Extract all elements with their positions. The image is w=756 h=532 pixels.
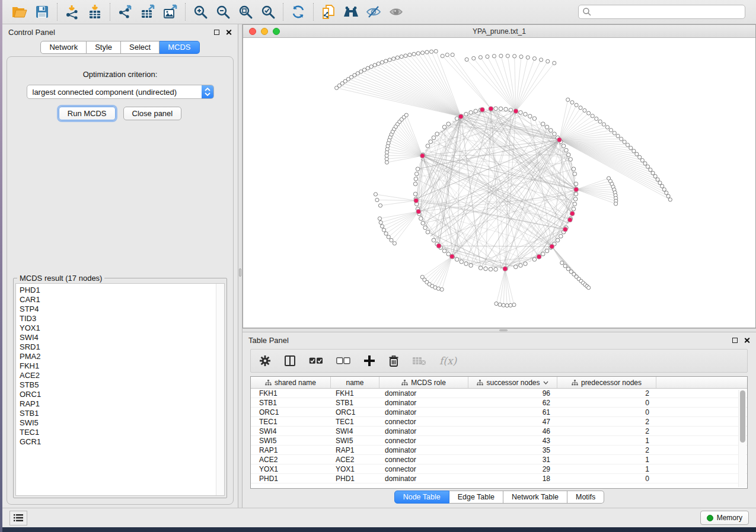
cell-name[interactable]: RAP1 (331, 446, 379, 454)
import-network-icon[interactable] (61, 2, 84, 22)
cell-successor-nodes[interactable]: 47 (468, 418, 557, 426)
function-builder-icon[interactable]: f(x) (439, 355, 457, 367)
mcds-result-item[interactable]: CAR1 (20, 295, 224, 305)
cell-MCDS-role[interactable]: dominator (379, 399, 468, 407)
cell-successor-nodes[interactable]: 29 (468, 465, 557, 473)
cell-successor-nodes[interactable]: 43 (468, 437, 557, 445)
save-session-icon[interactable] (31, 2, 53, 22)
column-header-predecessor-nodes[interactable]: predecessor nodes (557, 377, 656, 388)
mcds-result-item[interactable]: PHD1 (20, 286, 224, 295)
cell-successor-nodes[interactable]: 96 (468, 389, 557, 398)
vertical-splitter[interactable] (238, 24, 243, 508)
close-panel-button[interactable]: Close panel (123, 107, 182, 120)
deselect-all-icon[interactable] (336, 357, 350, 364)
cell-MCDS-role[interactable]: dominator (379, 408, 468, 416)
mcds-result-item[interactable]: STP4 (20, 305, 224, 314)
cell-predecessor-nodes[interactable]: 2 (557, 446, 656, 454)
table-scrollbar-thumb[interactable] (740, 390, 745, 443)
cell-shared-name[interactable]: TEC1 (251, 418, 331, 426)
cell-predecessor-nodes[interactable]: 0 (557, 399, 656, 407)
float-panel-icon[interactable] (732, 338, 738, 343)
cell-predecessor-nodes[interactable]: 1 (557, 437, 656, 445)
cell-shared-name[interactable]: FKH1 (251, 389, 331, 398)
table-row[interactable]: TEC1TEC1connector472 (251, 417, 747, 427)
tab-node-table[interactable]: Node Table (394, 491, 449, 504)
export-image-icon[interactable] (159, 2, 181, 22)
export-network-icon[interactable] (114, 2, 136, 22)
table-row[interactable]: ACE2ACE2connector311 (251, 455, 747, 464)
table-row[interactable]: YOX1YOX1connector291 (251, 464, 747, 474)
cell-predecessor-nodes[interactable]: 0 (557, 408, 656, 416)
select-all-icon[interactable] (309, 357, 323, 364)
table-row[interactable]: SWI5SWI5connector431 (251, 436, 747, 446)
mcds-result-list[interactable]: PHD1CAR1STP4TID3YOX1SWI4SRD1PMA2FKH1ACE2… (15, 283, 225, 496)
first-neighbors-icon[interactable] (340, 2, 362, 22)
cell-name[interactable]: STB1 (331, 399, 379, 407)
cell-name[interactable]: TEC1 (331, 418, 379, 426)
column-header-MCDS-role[interactable]: MCDS role (379, 377, 468, 388)
mcds-result-item[interactable]: FKH1 (20, 361, 224, 371)
delete-table-icon[interactable] (412, 355, 426, 366)
cell-successor-nodes[interactable]: 46 (468, 427, 557, 435)
mcds-result-item[interactable]: SWI5 (20, 418, 224, 428)
cell-name[interactable]: SWI5 (331, 437, 379, 445)
mcds-result-item[interactable]: TEC1 (20, 428, 224, 437)
cell-name[interactable]: YOX1 (331, 465, 379, 473)
cell-predecessor-nodes[interactable]: 0 (557, 475, 656, 483)
cell-MCDS-role[interactable]: dominator (379, 475, 468, 483)
tab-edge-table[interactable]: Edge Table (449, 491, 503, 504)
zoom-fit-icon[interactable] (234, 2, 257, 22)
table-row[interactable]: ORC1ORC1dominator610 (251, 408, 747, 417)
task-history-button[interactable] (9, 511, 27, 525)
tab-motifs[interactable]: Motifs (567, 491, 604, 504)
mcds-result-item[interactable]: GCR1 (20, 437, 224, 447)
show-column-icon[interactable] (284, 355, 296, 367)
cell-name[interactable]: ORC1 (331, 408, 379, 416)
table-scrollbar[interactable] (738, 390, 746, 487)
cell-MCDS-role[interactable]: dominator (379, 389, 468, 398)
cell-successor-nodes[interactable]: 62 (468, 399, 557, 407)
cell-shared-name[interactable]: PHD1 (251, 475, 331, 483)
close-panel-icon[interactable] (744, 337, 750, 344)
tab-style[interactable]: Style (87, 41, 121, 54)
cell-successor-nodes[interactable]: 35 (468, 446, 557, 454)
cell-MCDS-role[interactable]: connector (379, 437, 468, 445)
cell-MCDS-role[interactable]: connector (379, 418, 468, 426)
mcds-result-item[interactable]: ACE2 (20, 371, 224, 380)
optimization-criterion-dropdown[interactable]: largest connected component (undirected) (27, 85, 214, 99)
clone-network-icon[interactable] (317, 2, 340, 22)
float-panel-icon[interactable] (214, 30, 219, 35)
delete-row-icon[interactable] (388, 355, 399, 367)
cell-successor-nodes[interactable]: 61 (468, 408, 557, 416)
tab-network-table[interactable]: Network Table (503, 491, 567, 504)
add-row-icon[interactable] (363, 355, 375, 367)
export-table-icon[interactable] (136, 2, 159, 22)
show-all-icon[interactable] (385, 2, 407, 22)
cell-predecessor-nodes[interactable]: 1 (557, 465, 656, 473)
mcds-result-item[interactable]: TID3 (20, 314, 224, 323)
column-header-name[interactable]: name (331, 377, 379, 388)
cell-shared-name[interactable]: YOX1 (251, 465, 331, 473)
table-row[interactable]: SWI4SWI4dominator462 (251, 427, 747, 436)
cell-name[interactable]: PHD1 (331, 475, 379, 483)
mcds-result-item[interactable]: RAP1 (20, 399, 224, 409)
mcds-result-item[interactable]: SWI4 (20, 333, 224, 342)
cell-MCDS-role[interactable]: dominator (379, 427, 468, 435)
cell-shared-name[interactable]: SWI4 (251, 427, 331, 435)
table-settings-icon[interactable] (259, 355, 271, 367)
run-mcds-button[interactable]: Run MCDS (59, 107, 116, 120)
mcds-result-item[interactable]: SRD1 (20, 342, 224, 352)
close-panel-icon[interactable] (225, 29, 232, 36)
search-input[interactable] (578, 5, 745, 19)
cell-successor-nodes[interactable]: 31 (468, 456, 557, 464)
splitter-grip[interactable] (239, 268, 241, 277)
cell-shared-name[interactable]: RAP1 (251, 446, 331, 454)
tab-select[interactable]: Select (121, 41, 160, 54)
splitter-grip[interactable] (499, 329, 508, 331)
table-row[interactable]: FKH1FKH1dominator962 (251, 389, 747, 398)
cell-MCDS-role[interactable]: connector (379, 456, 468, 464)
cell-shared-name[interactable]: SWI5 (251, 437, 331, 445)
cell-predecessor-nodes[interactable]: 1 (557, 456, 656, 464)
mcds-result-item[interactable]: STB1 (20, 409, 224, 418)
tab-network[interactable]: Network (40, 41, 87, 54)
